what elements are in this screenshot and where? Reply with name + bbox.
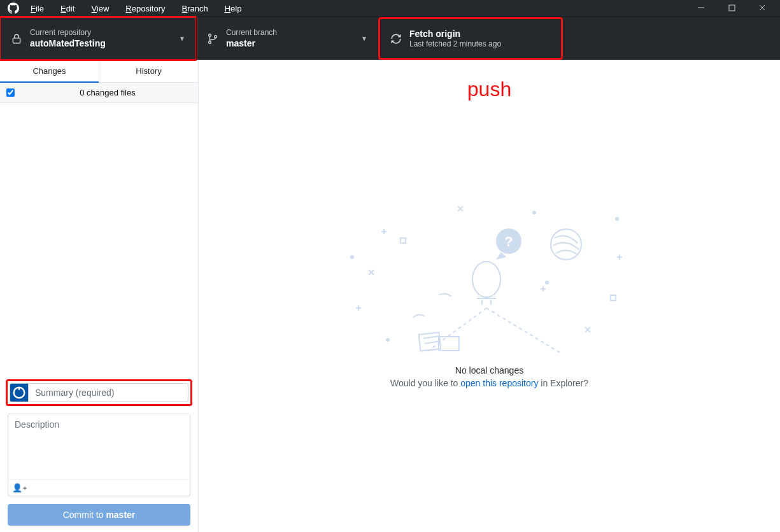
window-controls xyxy=(693,3,775,13)
svg-point-40 xyxy=(533,211,535,214)
menu-edit[interactable]: Edit xyxy=(60,4,74,13)
svg-rect-37 xyxy=(401,238,406,243)
branch-name: master xyxy=(226,38,277,49)
svg-point-43 xyxy=(386,339,389,341)
maximize-button[interactable] xyxy=(724,3,739,13)
changes-list xyxy=(0,103,198,375)
menu-help[interactable]: Help xyxy=(225,4,242,13)
menu-branch[interactable]: Branch xyxy=(181,4,208,13)
github-logo-icon xyxy=(8,3,19,14)
svg-rect-19 xyxy=(439,337,459,351)
chevron-down-icon: ▼ xyxy=(361,35,367,42)
svg-text:?: ? xyxy=(504,234,513,249)
main-panel: push ? xyxy=(199,60,780,532)
fetch-label: Fetch origin xyxy=(409,29,501,39)
repo-name: autoMatedTesting xyxy=(30,38,106,49)
empty-state-text: No local changes Would you like to open … xyxy=(390,365,588,388)
minimize-button[interactable] xyxy=(693,3,709,13)
svg-rect-4 xyxy=(13,38,20,43)
svg-point-6 xyxy=(209,41,211,43)
svg-point-42 xyxy=(616,218,618,220)
select-all-checkbox[interactable] xyxy=(6,88,15,97)
svg-point-5 xyxy=(209,34,211,36)
svg-point-7 xyxy=(215,35,217,38)
menu-file[interactable]: Filedocument.currentScript.previousEleme… xyxy=(31,4,44,13)
changed-files-count: 0 changed files xyxy=(24,88,192,97)
repo-label: Current repository xyxy=(30,28,106,37)
fetch-origin-button[interactable]: Fetch origin Last fetched 2 minutes ago xyxy=(378,17,563,60)
changes-header: 0 changed files xyxy=(0,83,198,103)
svg-rect-38 xyxy=(611,295,616,300)
add-coauthor-icon[interactable]: 👤﹢ xyxy=(12,482,28,494)
svg-point-39 xyxy=(351,256,353,258)
lock-icon xyxy=(11,33,22,45)
current-branch-button[interactable]: Current branch master ▼ xyxy=(196,17,378,60)
tab-history[interactable]: History xyxy=(99,60,198,83)
sidebar-tabs: Changes History xyxy=(0,60,198,83)
svg-line-20 xyxy=(423,336,439,339)
menu-bar: Filedocument.currentScript.previousEleme… xyxy=(31,4,241,13)
tab-changes[interactable]: Changes xyxy=(0,60,99,83)
titlebar: Filedocument.currentScript.previousEleme… xyxy=(0,0,780,17)
annotation-push: push xyxy=(467,78,511,101)
svg-rect-9 xyxy=(18,388,20,390)
commit-summary-input[interactable] xyxy=(29,383,188,402)
svg-point-12 xyxy=(472,262,500,297)
commit-form: 👤﹢ Commit to master xyxy=(0,375,198,532)
close-button[interactable] xyxy=(755,3,770,13)
commit-description-input[interactable] xyxy=(8,414,190,479)
toolbar: Current repository autoMatedTesting ▼ Cu… xyxy=(0,17,780,60)
sync-icon xyxy=(390,33,402,45)
svg-point-41 xyxy=(546,281,548,284)
commit-button[interactable]: Commit to master xyxy=(8,504,190,526)
fetch-sub: Last fetched 2 minutes ago xyxy=(409,39,501,48)
current-repository-button[interactable]: Current repository autoMatedTesting ▼ xyxy=(0,16,197,61)
menu-view[interactable]: View xyxy=(91,4,109,13)
git-branch-icon xyxy=(207,33,218,45)
empty-title: No local changes xyxy=(390,365,588,375)
branch-label: Current branch xyxy=(226,28,277,37)
svg-line-16 xyxy=(426,308,486,353)
empty-state-illustration: ? xyxy=(343,193,636,359)
open-repository-link[interactable]: open this repository xyxy=(460,378,538,388)
user-avatar xyxy=(10,383,29,402)
menu-repository[interactable]: Repository xyxy=(125,4,165,13)
svg-rect-1 xyxy=(729,5,735,11)
sidebar: Changes History 0 changed files 👤﹢ Co xyxy=(0,60,199,532)
chevron-down-icon: ▼ xyxy=(179,35,185,42)
svg-line-17 xyxy=(486,308,560,353)
